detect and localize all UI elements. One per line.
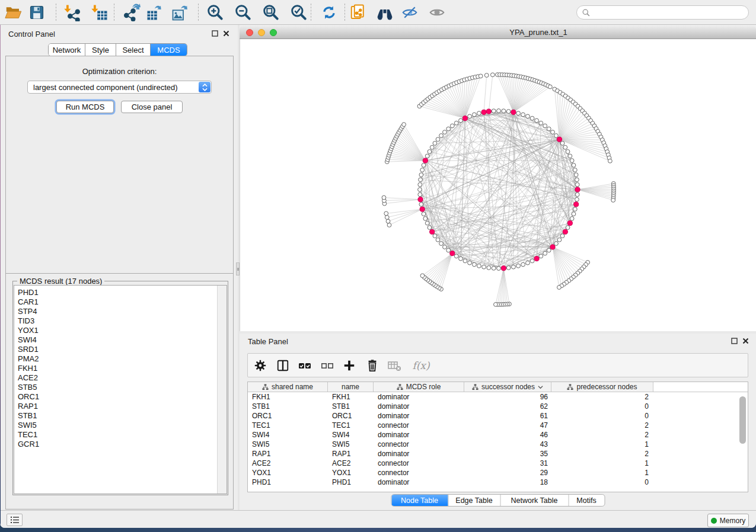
optimization-criterion-label: Optimization criterion: bbox=[6, 67, 233, 76]
table-row-YOX1[interactable]: YOX1YOX1connector291 bbox=[248, 468, 653, 477]
table-tab-edge-table[interactable]: Edge Table bbox=[448, 495, 500, 506]
table-tab-network-table[interactable]: Network Table bbox=[500, 495, 569, 506]
control-tab-mcds[interactable]: MCDS bbox=[151, 44, 187, 56]
minimize-window-icon[interactable] bbox=[258, 29, 265, 36]
mcds-result-item[interactable]: SWI4 bbox=[14, 335, 227, 345]
import-network-icon[interactable] bbox=[62, 2, 83, 23]
zoom-selected-icon[interactable] bbox=[288, 2, 310, 23]
zoom-in-icon[interactable] bbox=[205, 2, 226, 23]
cell: 29 bbox=[464, 468, 551, 477]
cell: 0 bbox=[551, 477, 653, 487]
mcds-result-item[interactable]: PMA2 bbox=[14, 354, 227, 364]
toolbar-separator bbox=[114, 4, 114, 21]
mcds-result-item[interactable]: TID3 bbox=[14, 316, 227, 326]
float-table-panel-icon[interactable] bbox=[731, 338, 738, 344]
task-list-button[interactable] bbox=[7, 514, 23, 526]
show-columns-icon[interactable] bbox=[275, 358, 291, 373]
mcds-result-item[interactable]: FKH1 bbox=[14, 364, 227, 373]
import-table-icon[interactable] bbox=[89, 2, 110, 23]
delete-column-icon[interactable] bbox=[365, 358, 380, 373]
mcds-list-scrollbar[interactable] bbox=[217, 286, 227, 493]
cell: FKH1 bbox=[248, 392, 328, 402]
add-column-icon[interactable] bbox=[342, 358, 357, 373]
maximize-window-icon[interactable] bbox=[270, 29, 277, 36]
table-row-SWI5[interactable]: SWI5SWI5connector431 bbox=[248, 440, 653, 449]
mcds-result-item[interactable]: STP4 bbox=[14, 307, 227, 316]
cell: 0 bbox=[551, 411, 653, 421]
table-row-FKH1[interactable]: FKH1FKH1dominator962 bbox=[248, 392, 653, 402]
export-image-icon[interactable] bbox=[170, 2, 191, 23]
mcds-result-item[interactable]: SWI5 bbox=[14, 421, 227, 430]
network-window-titlebar[interactable]: YPA_prune.txt_1 bbox=[240, 26, 756, 39]
close-table-panel-icon[interactable] bbox=[742, 338, 749, 344]
close-window-icon[interactable] bbox=[246, 29, 253, 36]
mcds-result-item[interactable]: CAR1 bbox=[14, 297, 227, 307]
table-row-SWI4[interactable]: SWI4SWI4dominator462 bbox=[248, 430, 653, 440]
table-options-gear-icon[interactable] bbox=[253, 358, 268, 373]
memory-button[interactable]: Memory bbox=[707, 514, 749, 527]
column-header-name[interactable]: name bbox=[328, 382, 374, 392]
mcds-result-item[interactable]: YOX1 bbox=[14, 326, 227, 335]
table-header-row: shared namenameMCDS rolesuccessor nodesp… bbox=[248, 382, 748, 392]
table-row-TEC1[interactable]: TEC1TEC1connector472 bbox=[248, 421, 653, 430]
cell: connector bbox=[374, 440, 464, 449]
control-tab-select[interactable]: Select bbox=[116, 44, 151, 56]
column-header-successor-nodes[interactable]: successor nodes bbox=[464, 382, 551, 392]
function-builder-icon: f(x) bbox=[409, 358, 433, 373]
table-row-RAP1[interactable]: RAP1RAP1dominator352 bbox=[248, 449, 653, 459]
table-row-ACE2[interactable]: ACE2ACE2connector311 bbox=[248, 459, 653, 468]
cell: dominator bbox=[374, 449, 464, 459]
open-folder-icon[interactable] bbox=[2, 2, 24, 23]
mcds-result-item[interactable]: TEC1 bbox=[14, 430, 227, 440]
mcds-result-list[interactable]: PHD1CAR1STP4TID3YOX1SWI4SRD1PMA2FKH1ACE2… bbox=[14, 285, 227, 494]
mcds-result-item[interactable]: RAP1 bbox=[14, 402, 227, 411]
mcds-result-item[interactable]: GCR1 bbox=[14, 440, 227, 449]
network-canvas[interactable] bbox=[240, 39, 756, 331]
cell: 62 bbox=[464, 402, 551, 411]
zoom-out-icon[interactable] bbox=[232, 2, 254, 23]
control-tab-style[interactable]: Style bbox=[85, 44, 116, 56]
deselect-all-checkboxes-icon[interactable] bbox=[320, 358, 335, 373]
zoom-fit-icon[interactable] bbox=[260, 2, 282, 23]
table-scrollbar[interactable] bbox=[739, 396, 746, 444]
export-network-icon[interactable] bbox=[121, 2, 142, 23]
cell: 1 bbox=[551, 459, 653, 468]
mcds-result-item[interactable]: PHD1 bbox=[14, 288, 227, 297]
select-all-checkboxes-icon[interactable] bbox=[297, 358, 312, 373]
run-mcds-button[interactable]: Run MCDS bbox=[56, 101, 114, 113]
show-details-icon[interactable] bbox=[426, 2, 448, 23]
mcds-result-item[interactable]: ORC1 bbox=[14, 392, 227, 402]
mcds-result-item[interactable]: STB5 bbox=[14, 383, 227, 392]
search-input[interactable] bbox=[576, 5, 749, 20]
close-panel-button[interactable]: Close panel bbox=[121, 101, 183, 113]
new-network-from-selection-icon[interactable] bbox=[347, 2, 369, 23]
column-header-shared-name[interactable]: shared name bbox=[248, 382, 328, 392]
control-panel-tabs: NetworkStyleSelectMCDS bbox=[48, 43, 187, 56]
column-header-MCDS-role[interactable]: MCDS role bbox=[374, 382, 464, 392]
hide-details-icon[interactable] bbox=[399, 2, 420, 23]
column-header-predecessor-nodes[interactable]: predecessor nodes bbox=[551, 382, 653, 392]
mcds-result-item[interactable]: SRD1 bbox=[14, 345, 227, 354]
export-table-icon[interactable] bbox=[144, 2, 165, 23]
float-panel-icon[interactable] bbox=[212, 30, 218, 37]
table-toolbar: f(x) bbox=[247, 353, 748, 377]
refresh-icon[interactable] bbox=[318, 2, 340, 23]
table-tab-motifs[interactable]: Motifs bbox=[569, 495, 604, 506]
cell: SWI4 bbox=[328, 430, 374, 440]
memory-label: Memory bbox=[720, 517, 745, 525]
mcds-result-item[interactable]: STB1 bbox=[14, 411, 227, 421]
table-row-ORC1[interactable]: ORC1ORC1dominator610 bbox=[248, 411, 653, 421]
table-tab-node-table[interactable]: Node Table bbox=[391, 495, 448, 506]
table-row-PHD1[interactable]: PHD1PHD1dominator180 bbox=[248, 477, 653, 487]
save-icon[interactable] bbox=[26, 2, 47, 23]
desktop-edge-sliver bbox=[0, 25, 1, 528]
control-tab-network[interactable]: Network bbox=[49, 44, 85, 56]
criterion-select[interactable]: largest connected component (undirected) bbox=[27, 81, 212, 94]
close-panel-icon[interactable] bbox=[223, 30, 229, 37]
cell: 96 bbox=[464, 392, 551, 402]
search-network-icon[interactable] bbox=[374, 2, 395, 23]
mcds-result-item[interactable]: ACE2 bbox=[14, 373, 227, 383]
mcds-result-panel: MCDS result (17 nodes) PHD1CAR1STP4TID3Y… bbox=[5, 273, 234, 509]
cell: TEC1 bbox=[328, 421, 374, 430]
table-row-STB1[interactable]: STB1STB1dominator620 bbox=[248, 402, 653, 411]
